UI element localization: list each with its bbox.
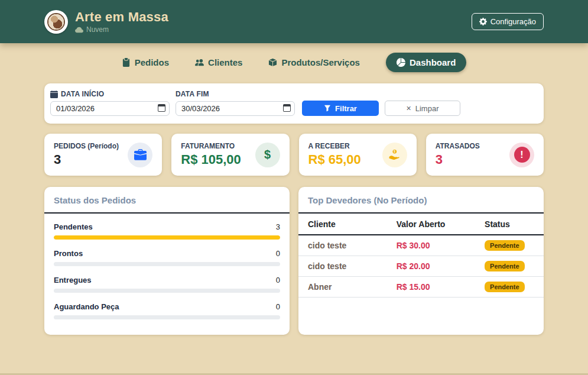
stat-card-pedidos: PEDIDOS (Período) 3 bbox=[44, 134, 162, 176]
tab-pedidos[interactable]: Pedidos bbox=[122, 57, 169, 67]
status-count: 0 bbox=[276, 302, 280, 311]
clear-button-label: Limpar bbox=[415, 104, 439, 113]
exclamation-circle-icon: ! bbox=[509, 143, 534, 167]
debtor-client: cido teste bbox=[298, 235, 392, 256]
progress-bar bbox=[54, 315, 280, 319]
stats-row: PEDIDOS (Período) 3 FATURAMENTO R$ 105,0… bbox=[44, 134, 544, 176]
table-row: cido teste R$ 30.00 Pendente bbox=[298, 235, 544, 256]
stat-value: 3 bbox=[54, 153, 119, 167]
stat-card-faturamento: FATURAMENTO R$ 105,00 $ bbox=[171, 134, 289, 176]
date-filter-card: DATA INÍCIO DATA FIM Filtrar bbox=[44, 83, 544, 124]
status-name: Entregues bbox=[54, 276, 92, 285]
status-count: 0 bbox=[276, 276, 280, 285]
funnel-icon bbox=[324, 105, 331, 112]
column-header-cliente: Cliente bbox=[298, 214, 392, 235]
status-name: Pendentes bbox=[54, 222, 93, 231]
end-date-label: DATA FIM bbox=[176, 90, 209, 98]
stat-card-a-receber: A RECEBER R$ 65,00 $ bbox=[299, 134, 417, 176]
status-panel-title: Status dos Pedidos bbox=[54, 195, 280, 205]
debtors-panel-title: Top Devedores (No Período) bbox=[308, 195, 534, 205]
briefcase-icon bbox=[128, 143, 152, 167]
stat-value: 3 bbox=[436, 153, 480, 167]
progress-bar bbox=[54, 289, 280, 293]
status-count: 3 bbox=[276, 222, 280, 231]
status-item-entregues: Entregues 0 bbox=[54, 276, 280, 293]
app-title: Arte em Massa bbox=[75, 9, 168, 25]
tab-produtos-servicos-label: Produtos/Serviços bbox=[281, 57, 360, 67]
start-date-input[interactable] bbox=[50, 101, 170, 116]
stat-label: PEDIDOS (Período) bbox=[54, 142, 119, 150]
status-panel: Status dos Pedidos Pendentes 3 Prontos 0 bbox=[44, 187, 290, 335]
tab-clientes[interactable]: Clientes bbox=[195, 57, 242, 67]
clipboard-icon bbox=[122, 58, 131, 67]
table-row: cido teste R$ 20.00 Pendente bbox=[298, 256, 544, 277]
brand: Arte em Massa Nuvem bbox=[44, 9, 168, 34]
stat-label: FATURAMENTO bbox=[181, 142, 241, 150]
tab-dashboard[interactable]: Dashboard bbox=[386, 53, 466, 72]
pie-chart-icon bbox=[397, 58, 405, 67]
debtor-value: R$ 20.00 bbox=[392, 256, 480, 277]
filter-button-label: Filtrar bbox=[335, 104, 357, 113]
column-header-valor-aberto: Valor Aberto bbox=[392, 214, 480, 235]
status-item-prontos: Prontos 0 bbox=[54, 249, 280, 266]
panels-row: Status dos Pedidos Pendentes 3 Prontos 0 bbox=[44, 187, 544, 335]
debtor-value: R$ 30.00 bbox=[392, 235, 480, 256]
stat-value: R$ 65,00 bbox=[308, 153, 361, 167]
debtor-value: R$ 15.00 bbox=[392, 277, 480, 298]
gear-icon bbox=[479, 18, 487, 25]
end-date-input[interactable] bbox=[176, 101, 295, 116]
column-header-status: Status bbox=[480, 214, 544, 235]
status-item-aguardando-peca: Aguardando Peça 0 bbox=[54, 302, 280, 319]
start-date-label: DATA INÍCIO bbox=[61, 90, 104, 98]
cloud-icon bbox=[75, 25, 83, 34]
debtor-client: cido teste bbox=[298, 256, 392, 277]
config-button-label: Configuração bbox=[490, 17, 536, 26]
close-icon: × bbox=[407, 104, 411, 112]
dashboard-page: Arte em Massa Nuvem Configuração Pedidos… bbox=[0, 0, 588, 375]
table-row: Abner R$ 15.00 Pendente bbox=[298, 277, 544, 298]
stat-label: ATRASADOS bbox=[436, 142, 480, 150]
hand-dollar-icon: $ bbox=[382, 143, 407, 167]
status-count: 0 bbox=[276, 249, 280, 258]
stat-card-atrasados: ATRASADOS 3 ! bbox=[426, 134, 544, 176]
status-badge: Pendente bbox=[485, 240, 525, 251]
tab-clientes-label: Clientes bbox=[208, 57, 242, 67]
app-header: Arte em Massa Nuvem Configuração bbox=[0, 0, 588, 43]
filter-button[interactable]: Filtrar bbox=[302, 101, 379, 116]
end-date-field: DATA FIM bbox=[176, 90, 295, 116]
box-icon bbox=[268, 58, 277, 67]
stat-value: R$ 105,00 bbox=[181, 153, 241, 167]
status-item-pendentes: Pendentes 3 bbox=[54, 222, 280, 240]
tab-dashboard-label: Dashboard bbox=[410, 57, 456, 67]
brand-logo-avatar bbox=[44, 10, 68, 34]
people-icon bbox=[195, 58, 204, 67]
dollar-icon: $ bbox=[255, 143, 280, 167]
sync-status-label: Nuvem bbox=[86, 25, 109, 34]
date-picker-icon[interactable] bbox=[158, 104, 165, 112]
status-name: Prontos bbox=[54, 249, 83, 258]
tab-produtos-servicos[interactable]: Produtos/Serviços bbox=[268, 57, 360, 67]
debtors-table: Cliente Valor Aberto Status cido teste R… bbox=[298, 214, 544, 298]
calendar-icon bbox=[50, 90, 58, 98]
progress-bar bbox=[54, 262, 280, 266]
progress-bar bbox=[54, 235, 280, 240]
start-date-field: DATA INÍCIO bbox=[50, 90, 170, 116]
status-name: Aguardando Peça bbox=[54, 302, 119, 311]
date-picker-icon[interactable] bbox=[283, 104, 291, 112]
debtors-panel: Top Devedores (No Período) Cliente Valor… bbox=[298, 187, 544, 335]
config-button[interactable]: Configuração bbox=[472, 13, 544, 30]
clear-button[interactable]: × Limpar bbox=[385, 101, 460, 116]
debtor-client: Abner bbox=[298, 277, 392, 298]
status-badge: Pendente bbox=[485, 261, 525, 271]
main-nav: Pedidos Clientes Produtos/Serviços Dashb… bbox=[0, 53, 588, 72]
status-badge: Pendente bbox=[485, 282, 525, 292]
stat-label: A RECEBER bbox=[308, 142, 361, 150]
tab-pedidos-label: Pedidos bbox=[135, 57, 169, 67]
brand-logo-image bbox=[47, 13, 65, 31]
main-content: DATA INÍCIO DATA FIM Filtrar bbox=[44, 83, 544, 335]
